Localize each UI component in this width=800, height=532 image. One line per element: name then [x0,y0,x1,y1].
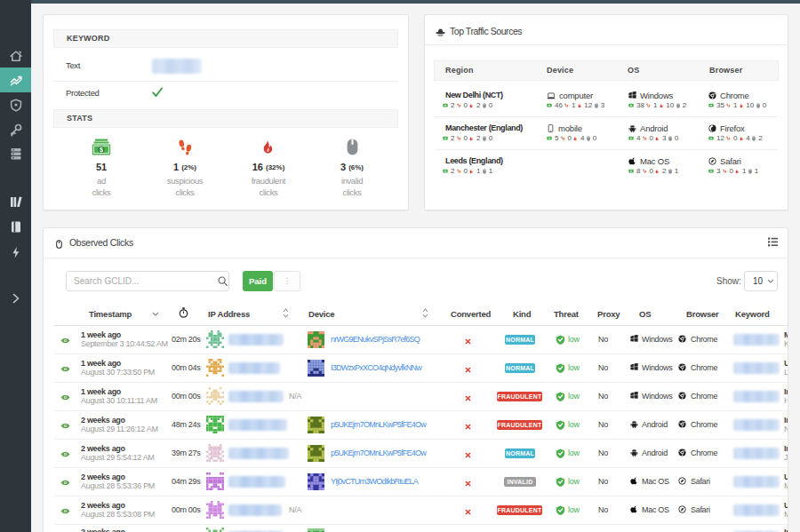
svg-text:$: $ [100,147,103,154]
